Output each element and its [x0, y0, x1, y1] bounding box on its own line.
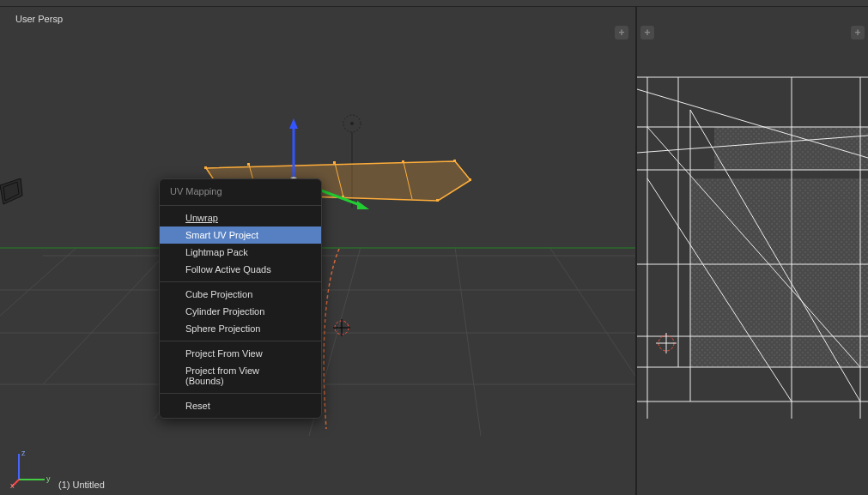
menu-separator — [160, 281, 321, 282]
svg-line-24 — [335, 163, 343, 197]
svg-rect-33 — [342, 196, 344, 198]
svg-rect-27 — [247, 163, 250, 166]
top-bar — [0, 0, 868, 7]
viewport-3d[interactable]: User Persp + — [0, 7, 635, 495]
svg-text:x: x — [10, 481, 15, 488]
menu-item-follow-active-quads[interactable]: Follow Active Quads — [160, 261, 321, 278]
svg-rect-30 — [453, 160, 456, 162]
lamp-object — [338, 113, 366, 208]
svg-rect-26 — [204, 166, 207, 169]
svg-point-12 — [335, 321, 349, 335]
uv-cursor-icon — [654, 331, 678, 355]
svg-rect-32 — [436, 199, 439, 202]
svg-marker-39 — [357, 201, 369, 209]
menu-item-unwrap[interactable]: Unwrap — [160, 209, 321, 226]
cursor-3d-icon — [331, 317, 352, 338]
menu-item-cube-projection[interactable]: Cube Projection — [160, 286, 321, 303]
svg-marker-15 — [0, 178, 22, 204]
menu-title: UV Mapping — [160, 179, 321, 202]
menu-separator — [160, 205, 321, 206]
menu-separator — [160, 393, 321, 394]
svg-rect-28 — [333, 161, 336, 164]
svg-line-4 — [455, 247, 481, 436]
svg-rect-29 — [402, 160, 404, 163]
svg-line-22 — [455, 161, 470, 180]
menu-item-project-from-view[interactable]: Project From View — [160, 345, 321, 362]
camera-object — [0, 178, 26, 209]
menu-item-smart-uv-project[interactable]: Smart UV Project — [160, 226, 321, 244]
menu-item-project-from-view-bounds[interactable]: Project from View (Bounds) — [160, 362, 321, 389]
menu-item-sphere-projection[interactable]: Sphere Projection — [160, 320, 321, 337]
svg-line-25 — [404, 162, 412, 199]
uv-mapping-menu: UV Mapping Unwrap Smart UV Project Light… — [159, 178, 322, 419]
menu-separator — [160, 341, 321, 341]
viewport-uv-editor[interactable]: + + — [637, 7, 868, 495]
svg-rect-31 — [469, 178, 471, 181]
view-perspective-label: User Persp — [15, 14, 63, 24]
svg-point-18 — [350, 122, 354, 125]
svg-line-0 — [0, 247, 77, 316]
svg-line-1 — [43, 247, 172, 384]
svg-marker-37 — [289, 118, 298, 129]
viewport-expand-button[interactable]: + — [615, 26, 628, 39]
svg-text:z: z — [21, 449, 26, 457]
svg-text:y: y — [46, 474, 51, 483]
red-dashed-guide — [318, 249, 352, 429]
menu-item-cylinder-projection[interactable]: Cylinder Projection — [160, 303, 321, 320]
uv-layout — [637, 7, 868, 495]
svg-line-5 — [549, 247, 635, 376]
menu-item-reset[interactable]: Reset — [160, 397, 321, 414]
svg-marker-16 — [3, 182, 19, 201]
viewport-status-label: (1) Untitled — [58, 480, 105, 490]
svg-rect-50 — [690, 178, 868, 367]
svg-point-17 — [343, 115, 361, 132]
menu-item-lightmap-pack[interactable]: Lightmap Pack — [160, 244, 321, 261]
axis-tripod-icon: z y x — [10, 447, 52, 488]
